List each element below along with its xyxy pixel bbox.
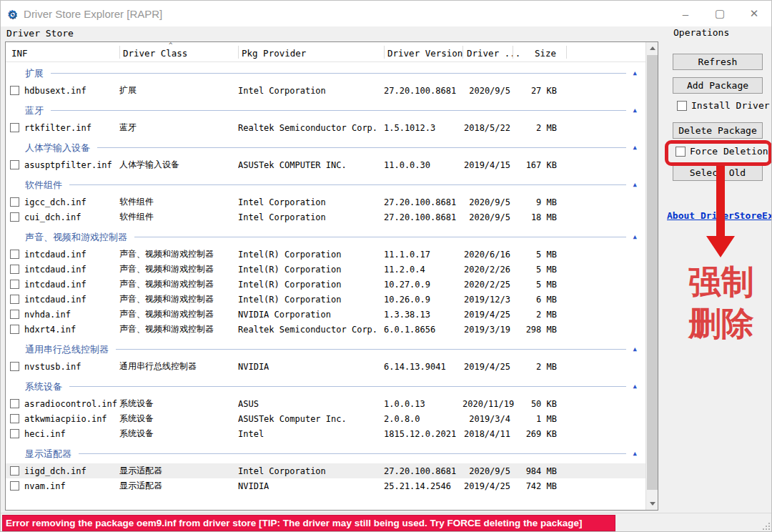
column-divider[interactable]: [238, 46, 239, 59]
force-deletion-checkbox-row[interactable]: Force Deletion: [676, 146, 768, 157]
refresh-button[interactable]: Refresh: [673, 54, 763, 70]
checkbox-cell: [6, 429, 24, 438]
checkbox-cell: [6, 414, 24, 423]
collapse-caret-icon[interactable]: ▲: [633, 234, 637, 240]
column-header-inf[interactable]: INF: [11, 48, 28, 59]
collapse-caret-icon[interactable]: ▲: [633, 107, 637, 114]
cell-inf: hdbusext.inf: [24, 86, 119, 96]
driver-row[interactable]: asradiocontrol.inf系统设备ASUS1.0.0.132020/1…: [6, 396, 645, 411]
install-driver-checkbox[interactable]: [677, 101, 687, 111]
driver-row[interactable]: intcdaud.inf声音、视频和游戏控制器Intel(R) Corporat…: [6, 292, 645, 307]
install-driver-checkbox-row[interactable]: Install Driver: [677, 100, 770, 111]
driver-row[interactable]: nvam.inf显示适配器NVIDIA25.21.14.25462019/4/2…: [6, 478, 645, 493]
column-divider[interactable]: [119, 46, 120, 59]
cell-provider: Intel Corporation: [238, 86, 384, 96]
collapse-caret-icon[interactable]: ▲: [633, 383, 637, 390]
status-bar: Error removing the package oem9.inf from…: [1, 513, 772, 532]
cell-inf: intcdaud.inf: [24, 250, 119, 260]
cell-size: 167 KB: [513, 160, 568, 170]
group-header: 软件组件▲: [6, 175, 645, 194]
about-driverstore-link[interactable]: About DriverStoreExpl: [667, 210, 772, 221]
driver-table: INF Driver Class ^ Pkg Provider Driver V…: [5, 41, 658, 511]
collapse-caret-icon[interactable]: ▲: [633, 144, 637, 151]
select-old-button[interactable]: Select Old: [673, 164, 763, 181]
scroll-up-button[interactable]: [646, 42, 658, 54]
driver-row[interactable]: iigd_dch.inf显示适配器Intel Corporation27.20.…: [6, 463, 645, 478]
driver-row[interactable]: asusptpfilter.inf人体学输入设备ASUSTek COMPUTER…: [6, 157, 645, 172]
collapse-caret-icon[interactable]: ▲: [633, 450, 637, 457]
driver-row[interactable]: atkwmiacpiio.inf系统设备ASUSTek Computer Inc…: [6, 411, 645, 426]
group-name: 通用串行总线控制器: [25, 343, 109, 356]
column-divider[interactable]: [566, 46, 567, 59]
row-checkbox[interactable]: [10, 362, 19, 371]
collapse-caret-icon[interactable]: ▲: [633, 346, 637, 353]
force-deletion-checkbox[interactable]: [676, 147, 686, 157]
row-checkbox[interactable]: [10, 399, 19, 408]
column-header-driver-class[interactable]: Driver Class: [123, 48, 187, 59]
operations-groupbox-label: Operations: [673, 27, 729, 38]
driver-row[interactable]: cui_dch.inf软件组件Intel Corporation27.20.10…: [6, 210, 645, 225]
driver-row[interactable]: intcdaud.inf声音、视频和游戏控制器Intel(R) Corporat…: [6, 262, 645, 277]
row-checkbox[interactable]: [10, 295, 19, 304]
driver-row[interactable]: intcdaud.inf声音、视频和游戏控制器Intel(R) Corporat…: [6, 277, 645, 292]
cell-inf: atkwmiacpiio.inf: [24, 414, 119, 424]
cell-date: 2019/3/19: [462, 325, 513, 335]
driver-row[interactable]: nvhda.inf声音、视频和游戏控制器NVIDIA Corporation1.…: [6, 307, 645, 322]
row-checkbox[interactable]: [10, 212, 19, 222]
checkbox-cell: [6, 466, 24, 476]
row-checkbox[interactable]: [10, 160, 19, 169]
row-checkbox[interactable]: [10, 123, 19, 132]
add-package-button[interactable]: Add Package: [673, 77, 763, 94]
column-divider[interactable]: [513, 46, 513, 59]
table-body: 扩展▲hdbusext.inf扩展Intel Corporation27.20.…: [6, 62, 645, 510]
row-checkbox[interactable]: [10, 250, 19, 259]
cell-provider: Intel(R) Corporation: [238, 265, 384, 275]
row-checkbox[interactable]: [10, 86, 19, 95]
row-checkbox[interactable]: [10, 429, 19, 438]
scroll-down-button[interactable]: [646, 498, 658, 510]
column-divider[interactable]: [384, 46, 385, 59]
maximize-button[interactable]: ▢: [703, 1, 737, 26]
scrollbar-thumb[interactable]: [647, 55, 658, 490]
column-header-pkg-provider[interactable]: Pkg Provider: [242, 48, 306, 59]
cell-size: 18 MB: [513, 212, 568, 222]
driver-row[interactable]: igcc_dch.inf软件组件Intel Corporation27.20.1…: [6, 194, 645, 210]
row-checkbox[interactable]: [10, 310, 19, 319]
column-header-size[interactable]: Size: [535, 48, 556, 59]
cell-provider: Intel(R) Corporation: [238, 295, 384, 305]
driver-row[interactable]: rtkfilter.inf蓝牙Realtek Semiconductor Cor…: [6, 120, 645, 135]
row-checkbox[interactable]: [10, 325, 19, 334]
driver-row[interactable]: intcdaud.inf声音、视频和游戏控制器Intel(R) Corporat…: [6, 247, 645, 262]
group-header: 蓝牙▲: [6, 101, 645, 120]
driver-row[interactable]: nvstusb.inf通用串行总线控制器NVIDIA6.14.13.904120…: [6, 359, 645, 374]
collapse-caret-icon[interactable]: ▲: [633, 182, 637, 188]
close-button[interactable]: ✕: [737, 1, 771, 26]
row-checkbox[interactable]: [10, 265, 19, 274]
resize-grip[interactable]: [763, 523, 770, 530]
cell-version: 1.0.0.13: [384, 399, 462, 409]
cell-size: 2 MB: [513, 310, 568, 320]
checkbox-cell: [6, 250, 24, 259]
cell-provider: NVIDIA Corporation: [238, 310, 384, 320]
minimize-button[interactable]: –: [668, 1, 703, 26]
delete-package-button[interactable]: Delete Package: [673, 122, 763, 139]
checkbox-cell: [6, 310, 24, 319]
cell-inf: nvstusb.inf: [24, 362, 119, 372]
row-checkbox[interactable]: [10, 466, 19, 476]
group-divider-line: [69, 386, 626, 387]
column-divider[interactable]: [462, 46, 463, 59]
vertical-scrollbar[interactable]: [645, 42, 658, 510]
group-name: 声音、视频和游戏控制器: [25, 231, 127, 244]
driver-row[interactable]: hdbusext.inf扩展Intel Corporation27.20.100…: [6, 83, 645, 98]
column-header-driver-version[interactable]: Driver Version: [387, 48, 462, 59]
driver-row[interactable]: heci.inf系统设备Intel1815.12.0.20212018/4/11…: [6, 426, 645, 441]
row-checkbox[interactable]: [10, 414, 19, 423]
cell-inf: intcdaud.inf: [24, 295, 119, 305]
row-checkbox[interactable]: [10, 280, 19, 289]
error-status-message: Error removing the package oem9.inf from…: [2, 515, 615, 531]
row-checkbox[interactable]: [10, 481, 19, 491]
row-checkbox[interactable]: [10, 197, 19, 207]
driver-row[interactable]: hdxrt4.inf声音、视频和游戏控制器Realtek Semiconduct…: [6, 322, 645, 337]
cell-inf: igcc_dch.inf: [24, 197, 119, 207]
collapse-caret-icon[interactable]: ▲: [633, 70, 637, 77]
